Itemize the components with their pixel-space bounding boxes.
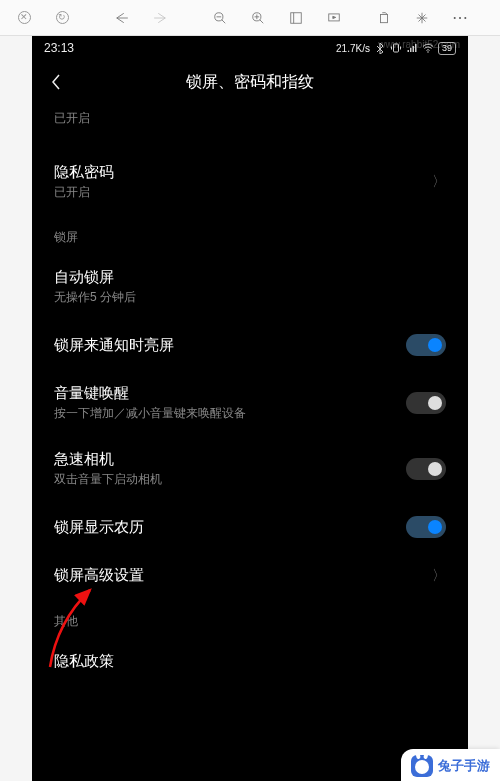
chevron-left-icon [51,74,61,90]
row-notification-wake[interactable]: 锁屏来通知时亮屏 [54,320,446,370]
top-enabled-label: 已开启 [54,110,446,127]
status-net-speed: 21.7K/s [336,43,370,54]
chevron-right-icon: 〉 [432,173,446,191]
present-icon[interactable] [316,4,352,32]
settings-list: 已开启 隐私密码 已开启 〉 锁屏 自动锁屏 无操作5 分钟后 锁屏来通知时亮屏… [32,110,468,675]
watermark-text: www.rabbit52.com [378,39,460,50]
row-title: 急速相机 [54,450,162,469]
status-time: 23:13 [44,41,74,55]
refresh-icon[interactable]: ↻ [44,4,80,32]
svg-rect-4 [381,14,388,22]
page-title: 锁屏、密码和指纹 [186,72,314,93]
zoom-out-icon[interactable] [202,4,238,32]
row-title: 锁屏来通知时亮屏 [54,336,174,355]
row-title: 隐私政策 [54,652,114,671]
row-title: 音量键唤醒 [54,384,246,403]
row-privacy-password[interactable]: 隐私密码 已开启 〉 [54,149,446,215]
sparkle-icon[interactable] [404,4,440,32]
row-title: 自动锁屏 [54,268,136,287]
row-lunar-calendar[interactable]: 锁屏显示农历 [54,502,446,552]
row-title: 隐私密码 [54,163,114,182]
row-auto-lock[interactable]: 自动锁屏 无操作5 分钟后 [54,254,446,320]
row-sub: 双击音量下启动相机 [54,471,162,488]
row-title: 锁屏高级设置 [54,566,144,585]
row-advanced-settings[interactable]: 锁屏高级设置 〉 [54,552,446,599]
zoom-in-icon[interactable] [240,4,276,32]
nav-back-icon[interactable] [104,4,140,32]
svg-point-6 [427,51,429,53]
svg-rect-2 [291,12,302,23]
browser-toolbar: ✕ ↻ ⋯ [0,0,500,36]
rotate-icon[interactable] [366,4,402,32]
row-quick-camera[interactable]: 急速相机 双击音量下启动相机 [54,436,446,502]
toggle-lunar-calendar[interactable] [406,516,446,538]
nav-forward-icon[interactable] [142,4,178,32]
row-privacy-policy[interactable]: 隐私政策 [54,638,446,675]
bunny-icon [411,755,433,777]
section-lockscreen: 锁屏 [54,229,446,246]
toggle-notification-wake[interactable] [406,334,446,356]
fit-icon[interactable] [278,4,314,32]
back-button[interactable] [44,70,68,94]
row-sub: 无操作5 分钟后 [54,289,136,306]
page-header: 锁屏、密码和指纹 [32,60,468,104]
phone-screen: www.rabbit52.com 23:13 21.7K/s 39 锁屏、密码和… [32,36,468,781]
toggle-volume-wake[interactable] [406,392,446,414]
row-sub: 按一下增加／减小音量键来唤醒设备 [54,405,246,422]
chevron-right-icon: 〉 [432,567,446,585]
toggle-quick-camera[interactable] [406,458,446,480]
row-sub: 已开启 [54,184,114,201]
row-volume-wake[interactable]: 音量键唤醒 按一下增加／减小音量键来唤醒设备 [54,370,446,436]
footer-badge[interactable]: 兔子手游 [401,749,500,781]
footer-text: 兔子手游 [438,757,490,775]
section-other: 其他 [54,613,446,630]
close-icon[interactable]: ✕ [6,4,42,32]
more-icon[interactable]: ⋯ [442,4,478,32]
row-title: 锁屏显示农历 [54,518,144,537]
